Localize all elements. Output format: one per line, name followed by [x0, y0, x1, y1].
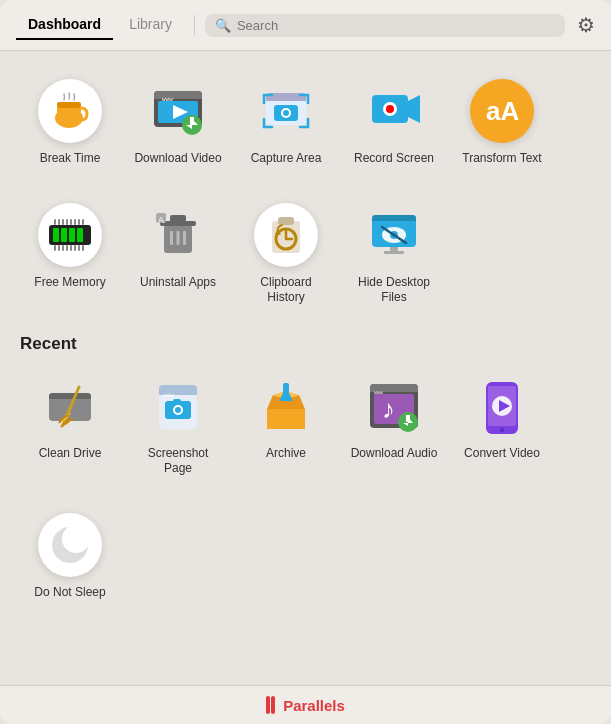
- parallels-bars-icon: [266, 696, 277, 714]
- free-memory-label: Free Memory: [34, 275, 105, 291]
- svg-rect-27: [77, 228, 83, 242]
- uninstall-apps-label: Uninstall Apps: [140, 275, 216, 291]
- record-screen-icon-wrapper: [362, 79, 426, 143]
- download-audio-label: Download Audio: [351, 446, 438, 462]
- capture-area-label: Capture Area: [251, 151, 322, 167]
- apps-grid-top: Break Time www: [20, 71, 591, 175]
- svg-rect-32: [70, 245, 72, 251]
- parallels-brand-name: Parallels: [283, 697, 345, 714]
- capture-area-icon-wrapper: [254, 79, 318, 143]
- svg-point-75: [175, 407, 181, 413]
- svg-rect-48: [177, 231, 180, 245]
- app-clean-drive[interactable]: Clean Drive: [20, 366, 120, 485]
- recent-apps-grid: Clean Drive www: [20, 366, 591, 485]
- transform-text-icon-wrapper: aA: [470, 79, 534, 143]
- svg-rect-31: [66, 245, 68, 251]
- svg-rect-43: [82, 219, 84, 225]
- app-clipboard-history[interactable]: Clipboard History: [236, 195, 336, 314]
- app-download-audio[interactable]: www ♪ Download Audio: [344, 366, 444, 485]
- transform-text-icon: aA: [479, 88, 525, 134]
- app-screenshot-page[interactable]: www Screenshot Page: [128, 366, 228, 485]
- svg-rect-47: [170, 231, 173, 245]
- svg-point-21: [386, 105, 394, 113]
- svg-rect-29: [58, 245, 60, 251]
- svg-rect-11: [190, 117, 194, 125]
- parallels-bar-1: [266, 696, 270, 714]
- break-time-label: Break Time: [40, 151, 101, 167]
- svg-rect-1: [57, 106, 81, 120]
- svg-rect-42: [78, 219, 80, 225]
- convert-video-label: Convert Video: [464, 446, 540, 462]
- recent-section-title: Recent: [20, 334, 591, 354]
- svg-rect-49: [183, 231, 186, 245]
- app-free-memory[interactable]: Free Memory: [20, 195, 120, 314]
- uninstall-apps-icon: A: [148, 205, 208, 265]
- svg-rect-35: [82, 245, 84, 251]
- app-hide-desktop-files[interactable]: Hide Desktop Files: [344, 195, 444, 314]
- free-memory-icon: [45, 217, 95, 253]
- app-uninstall-apps[interactable]: A Uninstall Apps: [128, 195, 228, 314]
- record-screen-icon: [364, 81, 424, 141]
- archive-icon: [257, 377, 315, 435]
- screenshot-page-label: Screenshot Page: [132, 446, 224, 477]
- svg-rect-25: [61, 228, 67, 242]
- free-memory-icon-wrapper: [38, 203, 102, 267]
- svg-rect-87: [406, 415, 410, 422]
- hide-desktop-files-label: Hide Desktop Files: [348, 275, 440, 306]
- svg-rect-39: [66, 219, 68, 225]
- svg-rect-78: [283, 383, 289, 397]
- download-audio-icon: www ♪: [364, 376, 424, 436]
- clean-drive-icon-wrapper: [38, 374, 102, 438]
- tab-library[interactable]: Library: [117, 10, 184, 40]
- app-capture-area[interactable]: Capture Area: [236, 71, 336, 175]
- recent-section: Recent: [20, 334, 591, 609]
- convert-video-icon: [472, 376, 532, 436]
- parallels-logo: Parallels: [266, 696, 345, 714]
- app-archive[interactable]: Archive: [236, 366, 336, 485]
- svg-rect-40: [70, 219, 72, 225]
- header: Dashboard Library 🔍 ⚙: [0, 0, 611, 51]
- header-divider: [194, 15, 195, 35]
- transform-text-label: Transform Text: [462, 151, 541, 167]
- settings-button[interactable]: ⚙: [577, 13, 595, 37]
- tab-dashboard[interactable]: Dashboard: [16, 10, 113, 40]
- clean-drive-icon: [41, 377, 99, 435]
- svg-rect-46: [170, 215, 186, 222]
- svg-rect-14: [266, 97, 306, 101]
- hide-desktop-files-icon-wrapper: [362, 203, 426, 267]
- svg-rect-24: [53, 228, 59, 242]
- screenshot-page-icon-wrapper: www: [146, 374, 210, 438]
- screenshot-page-icon: www: [149, 377, 207, 435]
- search-input[interactable]: [237, 18, 555, 33]
- svg-text:♪: ♪: [382, 394, 395, 424]
- app-break-time[interactable]: Break Time: [20, 71, 120, 175]
- app-record-screen[interactable]: Record Screen: [344, 71, 444, 175]
- footer: Parallels: [0, 685, 611, 724]
- break-time-icon: [47, 88, 93, 134]
- app-download-video[interactable]: www Download Video: [128, 71, 228, 175]
- hide-desktop-files-icon: [364, 205, 424, 265]
- svg-point-92: [500, 428, 504, 432]
- clean-drive-label: Clean Drive: [39, 446, 102, 462]
- svg-rect-41: [74, 219, 76, 225]
- app-transform-text[interactable]: aA Transform Text: [452, 71, 552, 175]
- clipboard-history-label: Clipboard History: [240, 275, 332, 306]
- do-not-sleep-icon-wrapper: [38, 513, 102, 577]
- svg-rect-53: [278, 217, 294, 225]
- do-not-sleep-label: Do Not Sleep: [34, 585, 105, 601]
- app-do-not-sleep[interactable]: Do Not Sleep: [20, 505, 120, 609]
- convert-video-icon-wrapper: [470, 374, 534, 438]
- download-video-icon-wrapper: www: [146, 79, 210, 143]
- search-box[interactable]: 🔍: [205, 14, 565, 37]
- app-convert-video[interactable]: Convert Video: [452, 366, 552, 485]
- main-content: Break Time www: [0, 51, 611, 685]
- svg-text:www: www: [162, 95, 173, 102]
- svg-text:A: A: [158, 215, 164, 225]
- svg-rect-36: [54, 219, 56, 225]
- download-video-label: Download Video: [134, 151, 221, 167]
- svg-rect-28: [54, 245, 56, 251]
- do-not-sleep-icon: [46, 521, 94, 569]
- capture-area-icon: [256, 81, 316, 141]
- svg-point-94: [62, 525, 90, 553]
- svg-text:www: www: [163, 391, 174, 398]
